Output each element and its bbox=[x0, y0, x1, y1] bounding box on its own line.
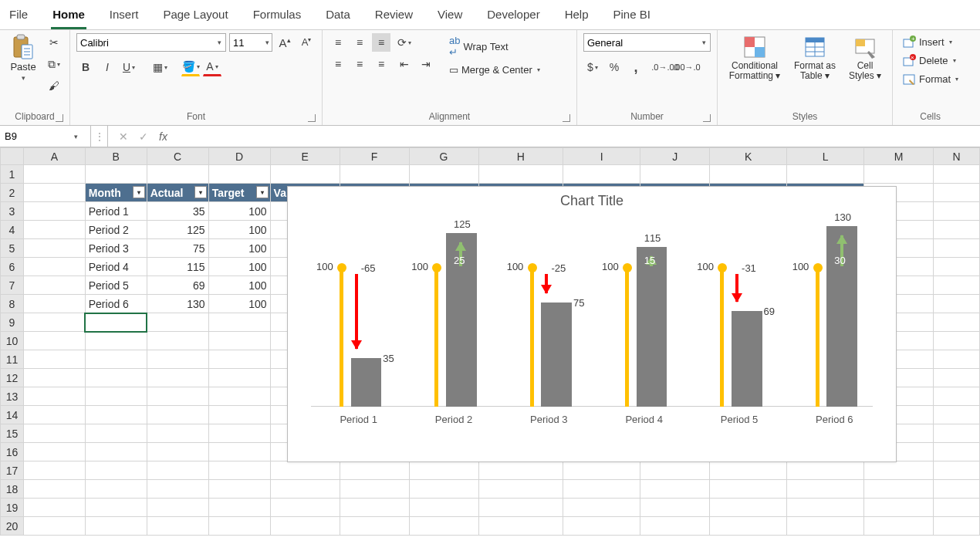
cell[interactable] bbox=[563, 461, 640, 480]
cell[interactable] bbox=[208, 350, 270, 369]
number-format-combo[interactable]: ▾ bbox=[583, 33, 711, 52]
cell[interactable] bbox=[787, 461, 864, 480]
font-name-input[interactable] bbox=[77, 37, 214, 49]
cell[interactable] bbox=[147, 443, 208, 461]
cell[interactable] bbox=[147, 350, 208, 369]
cell[interactable] bbox=[640, 480, 710, 499]
cell[interactable] bbox=[640, 499, 710, 517]
cell[interactable] bbox=[864, 165, 934, 184]
tab-data[interactable]: Data bbox=[324, 5, 352, 29]
cell[interactable] bbox=[23, 221, 85, 239]
delete-cells-button[interactable]: × Delete▾ bbox=[899, 52, 961, 69]
cell[interactable] bbox=[208, 424, 270, 443]
cell[interactable] bbox=[340, 165, 409, 184]
cell[interactable] bbox=[23, 499, 85, 517]
decrease-decimal-button[interactable]: .00→.0 bbox=[678, 58, 696, 76]
number-format-input[interactable] bbox=[584, 37, 699, 49]
borders-button[interactable]: ▦▾ bbox=[150, 58, 169, 76]
dialog-launcher-icon[interactable] bbox=[703, 114, 711, 122]
cell[interactable] bbox=[409, 499, 478, 517]
cell[interactable]: 130 bbox=[147, 295, 208, 313]
row-header[interactable]: 1 bbox=[1, 165, 24, 184]
col-header-N[interactable]: N bbox=[934, 148, 980, 165]
cell[interactable] bbox=[23, 387, 85, 406]
format-as-table-button[interactable]: Format asTable ▾ bbox=[790, 33, 840, 83]
select-all-corner[interactable] bbox=[1, 148, 24, 165]
cell[interactable] bbox=[208, 406, 270, 424]
cell[interactable] bbox=[340, 499, 409, 517]
tab-page-layout[interactable]: Page Layout bbox=[161, 5, 229, 29]
cell[interactable] bbox=[85, 517, 147, 536]
row-header[interactable]: 15 bbox=[1, 424, 24, 443]
cut-button[interactable]: ✂ bbox=[45, 33, 63, 52]
chevron-down-icon[interactable]: ▾ bbox=[262, 39, 272, 46]
filter-button[interactable]: ▾ bbox=[133, 186, 145, 198]
increase-font-button[interactable]: A▴ bbox=[275, 33, 294, 52]
cell[interactable] bbox=[23, 239, 85, 258]
cell[interactable] bbox=[409, 461, 478, 480]
cell[interactable] bbox=[85, 387, 147, 406]
chevron-down-icon[interactable]: ▾ bbox=[699, 39, 711, 46]
row-header[interactable]: 6 bbox=[1, 258, 24, 276]
cell[interactable] bbox=[409, 165, 478, 184]
cell[interactable] bbox=[864, 461, 934, 480]
cell[interactable] bbox=[85, 313, 147, 332]
chart-plot-area[interactable]: 100-6535Period 110025125Period 2100-2575… bbox=[303, 212, 880, 428]
cell[interactable] bbox=[934, 443, 980, 461]
cell[interactable]: 100 bbox=[208, 202, 270, 221]
orientation-button[interactable]: ⟳▾ bbox=[395, 33, 414, 52]
cell[interactable] bbox=[85, 369, 147, 387]
font-color-button[interactable]: A▾ bbox=[203, 58, 221, 76]
cell[interactable] bbox=[563, 517, 640, 536]
cell[interactable] bbox=[934, 369, 980, 387]
cell[interactable] bbox=[208, 517, 270, 536]
cell[interactable] bbox=[563, 165, 640, 184]
cell[interactable]: 100 bbox=[208, 258, 270, 276]
decrease-indent-button[interactable]: ⇤ bbox=[395, 55, 414, 73]
chevron-down-icon[interactable]: ▾ bbox=[71, 133, 81, 140]
font-name-combo[interactable]: ▾ bbox=[76, 33, 226, 52]
col-header-I[interactable]: I bbox=[563, 148, 640, 165]
cell[interactable] bbox=[85, 480, 147, 499]
tab-review[interactable]: Review bbox=[373, 5, 414, 29]
cell[interactable]: Period 2 bbox=[85, 221, 147, 239]
cell[interactable] bbox=[710, 517, 787, 536]
cell[interactable] bbox=[147, 387, 208, 406]
col-header-A[interactable]: A bbox=[23, 148, 85, 165]
align-top-button[interactable]: ≡ bbox=[329, 33, 347, 52]
col-header-H[interactable]: H bbox=[478, 148, 563, 165]
embedded-chart[interactable]: Chart Title 100-6535Period 110025125Peri… bbox=[287, 186, 897, 462]
paste-button[interactable]: Paste ▾ bbox=[6, 33, 40, 83]
cell[interactable] bbox=[85, 461, 147, 480]
cell[interactable]: Period 6 bbox=[85, 295, 147, 313]
cell[interactable] bbox=[23, 443, 85, 461]
cell[interactable] bbox=[23, 350, 85, 369]
cell[interactable] bbox=[934, 202, 980, 221]
cell[interactable] bbox=[409, 517, 478, 536]
cell[interactable]: Month▾ bbox=[85, 184, 147, 202]
cell[interactable] bbox=[23, 258, 85, 276]
cell[interactable] bbox=[934, 276, 980, 295]
cell[interactable]: Period 3 bbox=[85, 239, 147, 258]
cell[interactable] bbox=[270, 165, 340, 184]
cell[interactable] bbox=[270, 499, 340, 517]
cell[interactable] bbox=[934, 499, 980, 517]
row-header[interactable]: 14 bbox=[1, 406, 24, 424]
cell[interactable] bbox=[23, 369, 85, 387]
col-header-F[interactable]: F bbox=[340, 148, 409, 165]
cell[interactable] bbox=[934, 295, 980, 313]
merge-center-button[interactable]: ▭ Merge & Center ▾ bbox=[446, 63, 543, 77]
col-header-B[interactable]: B bbox=[85, 148, 147, 165]
cell[interactable]: 69 bbox=[147, 276, 208, 295]
cell[interactable] bbox=[934, 184, 980, 202]
row-header[interactable]: 20 bbox=[1, 517, 24, 536]
cell[interactable] bbox=[85, 350, 147, 369]
cell[interactable] bbox=[23, 424, 85, 443]
cell[interactable] bbox=[340, 480, 409, 499]
cell[interactable] bbox=[208, 480, 270, 499]
align-bottom-button[interactable]: ≡ bbox=[372, 33, 390, 52]
cell[interactable] bbox=[340, 461, 409, 480]
cell[interactable] bbox=[934, 332, 980, 350]
col-header-C[interactable]: C bbox=[147, 148, 208, 165]
cell[interactable] bbox=[409, 480, 478, 499]
